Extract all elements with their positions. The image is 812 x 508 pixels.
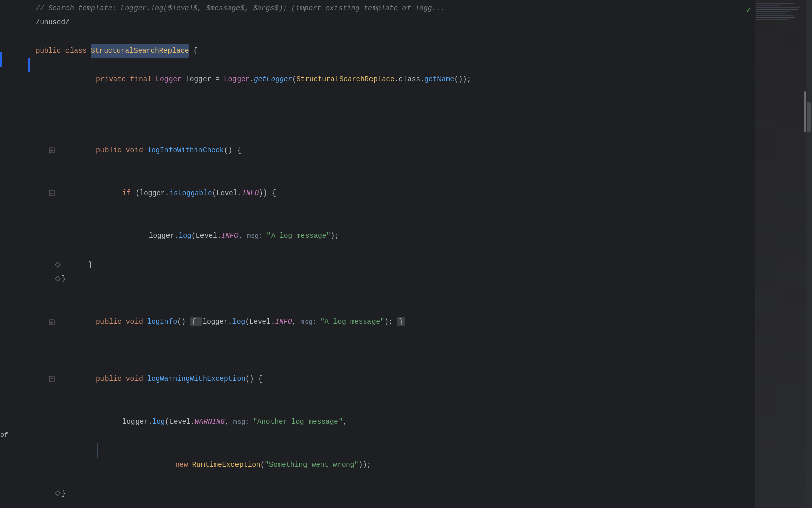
unused-text: /unused/ [36, 15, 70, 29]
code-line-brace-outer: } [36, 272, 802, 286]
brace-method3: } [62, 486, 66, 500]
comment-text: // Search template: Logger.log($level$, … [36, 1, 445, 15]
fold-area-if[interactable] [49, 190, 55, 196]
code-line-if: if (logger.isLoggable(Level.INFO)) { [36, 172, 802, 214]
code-line-method2: public void logInfo() { logger.log(Level… [36, 300, 802, 343]
kw-private: private [96, 75, 130, 83]
code-line-blank [30, 343, 802, 358]
exception-paren: ( [260, 461, 264, 469]
method-isloggable: isLoggable [170, 189, 212, 197]
code-line: // Search template: Logger.log($level$, … [36, 1, 802, 15]
comma3: , [225, 418, 233, 426]
minimap-line [756, 19, 788, 20]
minimap-line [756, 7, 800, 8]
code-line: /unused/ [36, 15, 802, 29]
code-line-log1: logger.log(Level.INFO, msg: "A log messa… [36, 214, 802, 258]
svg-marker-12 [55, 491, 60, 496]
of-text: of [0, 431, 8, 439]
log3-paren: (Level. [165, 418, 195, 426]
brace-outer: } [62, 272, 66, 286]
inline-fold-open: { [190, 318, 202, 326]
log1-code: logger.log(Level.INFO, msg: "A log messa… [115, 214, 339, 258]
keyword-class: class [65, 44, 91, 58]
minimap-line [756, 9, 798, 10]
code-line-method3: public void logWarningWithException() { [36, 358, 802, 400]
method2-body: logger. [202, 318, 232, 326]
exception-code: new RuntimeException("Something went wro… [141, 443, 371, 486]
fold-area[interactable] [49, 147, 55, 153]
log2-close: ); [384, 318, 397, 326]
code-area: // Search template: Logger.log($level$, … [0, 0, 812, 508]
method3-paren: () { [245, 375, 262, 383]
kw-pub: public [96, 146, 126, 154]
string-exception: "Something went wrong" [265, 461, 359, 469]
fold-diamond3 [55, 490, 61, 496]
fold-diamond2 [55, 276, 61, 282]
logger-ref1: logger. [149, 232, 179, 240]
code-line-method1: public void logInfoWithinCheck() { [36, 129, 802, 172]
if-level: (Level. [212, 189, 242, 197]
method2-sig: () [177, 318, 190, 326]
minimap-line [756, 5, 781, 6]
class-ref: StructuralSearchReplace [296, 75, 394, 83]
param-msg1: msg: [247, 232, 266, 240]
string-log2: "A log message" [320, 318, 384, 326]
kw-pub3: public [96, 375, 126, 383]
class-name-highlight: StructuralSearchReplace [91, 44, 189, 58]
fold-area-method2[interactable] [49, 319, 55, 325]
kw-void: void [126, 146, 147, 154]
level-info3: INFO [275, 318, 292, 326]
kw-void3: void [126, 375, 147, 383]
code-line-blank [30, 500, 802, 508]
continuation-bar [97, 443, 98, 458]
parens: ( [292, 75, 296, 83]
code-line-brace-inner: } [36, 258, 802, 272]
exception-close: )); [359, 461, 371, 469]
kw-if: if [122, 189, 135, 197]
level-warning: WARNING [195, 418, 225, 426]
minimap-line [756, 11, 790, 12]
minimap[interactable] [755, 0, 806, 508]
log1-close: ); [331, 232, 340, 240]
level-info2: INFO [221, 232, 239, 240]
inline-fold-close: } [397, 318, 405, 326]
kw-pub2: public [96, 318, 126, 326]
scrollbar[interactable] [806, 0, 812, 508]
scrollbar-thumb[interactable] [807, 102, 811, 132]
comma4: , [343, 418, 347, 426]
string-log3: "Another log message" [253, 418, 343, 426]
brace-open: { [189, 44, 197, 58]
method-loginfo-check: logInfoWithinCheck [147, 146, 224, 154]
method-log2: log [232, 318, 245, 326]
code-line-field: private final Logger logger = Logger.get… [36, 58, 802, 101]
method-log1: log [179, 232, 191, 240]
comma2: , [292, 318, 300, 326]
if-code: if (logger.isLoggable(Level.INFO)) { [88, 172, 276, 214]
kw-new: new [175, 461, 192, 469]
method-log3: log [152, 418, 165, 426]
minimap-content [755, 0, 806, 508]
editor-container: ✓ // Search template: Logger.log($level$… [0, 0, 812, 508]
method2-code: public void logInfo() { logger.log(Level… [62, 300, 405, 343]
parens2: () { [224, 146, 241, 154]
keyword-public: public [36, 44, 65, 58]
fold-area-method3[interactable] [49, 376, 55, 382]
code-line-brace-method3: } [36, 486, 802, 500]
code-line-class: public class StructuralSearchReplace { [36, 44, 802, 58]
logger-ref2: logger. [122, 418, 152, 426]
level-info: INFO [242, 189, 259, 197]
minimap-line [756, 17, 795, 18]
code-line-blank [30, 29, 802, 44]
string-log1: "A log message" [267, 232, 331, 240]
if-close: )) { [259, 189, 276, 197]
class-name-text: StructuralSearchReplace [91, 47, 189, 55]
if-paren: (logger. [135, 189, 169, 197]
class-runtime-exception: RuntimeException [192, 461, 260, 469]
line-indicator-field [28, 58, 30, 72]
param-msg3: msg: [233, 418, 253, 426]
comma1: , [239, 232, 247, 240]
dot: . [250, 75, 254, 83]
kw-final: final [130, 75, 155, 83]
minimap-line [756, 3, 795, 4]
method-getlogger: getLogger [254, 75, 292, 83]
